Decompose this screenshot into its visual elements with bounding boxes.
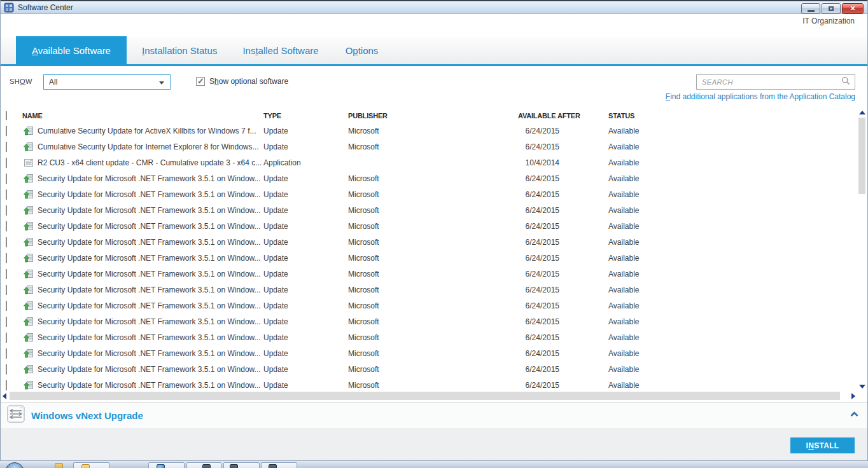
software-name: R2 CU3 - x64 client update - CMR - Cumul… [38, 158, 262, 167]
row-checkbox[interactable] [6, 317, 7, 327]
taskbar-button[interactable] [261, 462, 297, 468]
software-name: Security Update for Microsoft .NET Frame… [38, 238, 261, 247]
table-row[interactable]: Security Update for Microsoft .NET Frame… [1, 218, 867, 234]
software-status: Available [584, 222, 867, 231]
software-center-app-icon [4, 3, 14, 13]
taskbar-button[interactable] [73, 462, 109, 468]
taskbar-pinned-icon[interactable] [55, 463, 63, 468]
table-row[interactable]: Security Update for Microsoft .NET Frame… [1, 186, 867, 202]
scroll-right-icon[interactable] [851, 393, 855, 399]
table-row[interactable]: Security Update for Microsoft .NET Frame… [1, 282, 867, 298]
table-row[interactable]: Security Update for Microsoft .NET Frame… [1, 266, 867, 282]
row-checkbox[interactable] [6, 221, 7, 231]
row-checkbox[interactable] [6, 174, 7, 184]
software-type-icon [24, 301, 34, 311]
start-button[interactable] [5, 462, 24, 468]
show-optional-software-checkbox[interactable] [196, 77, 205, 86]
software-publisher: Microsoft [348, 317, 497, 326]
table-row[interactable]: Cumulative Security Update for ActiveX K… [1, 123, 867, 139]
software-name: Security Update for Microsoft .NET Frame… [38, 381, 261, 390]
software-type-icon [24, 126, 34, 136]
software-publisher: Microsoft [348, 333, 497, 342]
column-header-status[interactable]: STATUS [584, 112, 867, 120]
row-checkbox[interactable] [6, 189, 7, 200]
search-icon[interactable] [841, 76, 850, 88]
software-available-after: 6/24/2015 [497, 301, 584, 310]
search-input[interactable] [702, 76, 841, 88]
row-checkbox[interactable] [6, 158, 7, 168]
show-filter-dropdown[interactable]: All [43, 74, 171, 90]
table-row[interactable]: Security Update for Microsoft .NET Frame… [1, 234, 867, 250]
column-header-name[interactable]: NAME [18, 112, 263, 120]
row-checkbox[interactable] [6, 126, 7, 136]
close-button[interactable]: ✕ [842, 3, 864, 14]
horizontal-scrollbar-thumb[interactable] [10, 392, 840, 400]
software-name: Security Update for Microsoft .NET Frame… [38, 190, 261, 199]
software-type-icon [24, 221, 34, 231]
minimize-button[interactable] [801, 3, 820, 14]
software-name: Security Update for Microsoft .NET Frame… [38, 222, 261, 231]
row-checkbox[interactable] [6, 285, 7, 295]
taskbar-button[interactable] [223, 462, 260, 468]
software-type-icon [24, 317, 34, 327]
tab-options[interactable]: Options [346, 36, 379, 64]
taskbar-button[interactable] [186, 462, 221, 468]
row-checkbox[interactable] [6, 301, 7, 311]
row-checkbox[interactable] [6, 205, 7, 216]
software-name: Cumulative Security Update for Internet … [38, 142, 258, 151]
select-all-checkbox[interactable] [6, 111, 7, 120]
software-type: Update [263, 381, 348, 390]
table-row[interactable]: Security Update for Microsoft .NET Frame… [1, 298, 867, 313]
software-type: Update [263, 127, 348, 135]
vertical-scrollbar-thumb[interactable] [858, 118, 865, 194]
table-row[interactable]: Security Update for Microsoft .NET Frame… [1, 345, 867, 361]
table-row[interactable]: Security Update for Microsoft .NET Frame… [1, 313, 867, 329]
table-row[interactable]: Security Update for Microsoft .NET Frame… [1, 170, 867, 186]
software-name: Security Update for Microsoft .NET Frame… [38, 174, 261, 183]
restore-button[interactable] [822, 3, 841, 14]
tab-installation-status[interactable]: Installation Status [142, 36, 217, 64]
table-row[interactable]: R2 CU3 - x64 client update - CMR - Cumul… [1, 155, 867, 170]
row-checkbox[interactable] [6, 269, 7, 279]
tab-available-software[interactable]: Available Software [16, 36, 127, 64]
table-row[interactable]: Cumulative Security Update for Internet … [1, 139, 867, 155]
row-checkbox[interactable] [6, 364, 7, 375]
window-title: Software Center [18, 3, 73, 12]
row-checkbox[interactable] [6, 380, 7, 390]
table-row[interactable]: Security Update for Microsoft .NET Frame… [1, 202, 867, 218]
software-name: Security Update for Microsoft .NET Frame… [38, 286, 261, 294]
scroll-down-icon[interactable] [859, 385, 865, 389]
table-row[interactable]: Security Update for Microsoft .NET Frame… [1, 329, 867, 345]
row-checkbox[interactable] [6, 253, 7, 263]
row-checkbox[interactable] [6, 142, 7, 152]
install-button[interactable]: INSTALL [790, 437, 855, 453]
application-catalog-link[interactable]: Find additional applications from the Ap… [666, 92, 855, 101]
software-name: Security Update for Microsoft .NET Frame… [38, 333, 261, 342]
software-status: Available [584, 286, 867, 294]
table-row[interactable]: Security Update for Microsoft .NET Frame… [1, 361, 867, 377]
vertical-scrollbar[interactable] [858, 109, 866, 390]
app-window-icon [202, 464, 211, 468]
tab-installed-software[interactable]: Installed Software [242, 36, 318, 64]
table-row[interactable]: Security Update for Microsoft .NET Frame… [1, 250, 867, 266]
column-header-type[interactable]: TYPE [263, 112, 348, 120]
taskbar-button[interactable] [148, 462, 185, 468]
scroll-up-icon[interactable] [859, 111, 865, 114]
row-checkbox[interactable] [6, 237, 7, 247]
horizontal-scrollbar[interactable] [1, 391, 857, 401]
software-status: Available [584, 174, 867, 183]
column-header-publisher[interactable]: PUBLISHER [348, 112, 497, 120]
software-type: Update [263, 238, 348, 247]
software-publisher: Microsoft [348, 190, 497, 199]
software-status: Available [584, 301, 867, 310]
row-checkbox[interactable] [6, 333, 7, 343]
software-publisher: Microsoft [348, 238, 497, 247]
column-header-available-after[interactable]: AVAILABLE AFTER [497, 112, 584, 120]
scroll-left-icon[interactable] [3, 393, 6, 399]
restore-icon [829, 6, 834, 11]
chevron-up-icon[interactable] [850, 408, 858, 420]
row-checkbox[interactable] [6, 348, 7, 359]
close-icon: ✕ [850, 5, 855, 12]
screen: Software Center ✕ IT Organization Availa… [0, 0, 868, 468]
software-type: Update [263, 333, 348, 342]
